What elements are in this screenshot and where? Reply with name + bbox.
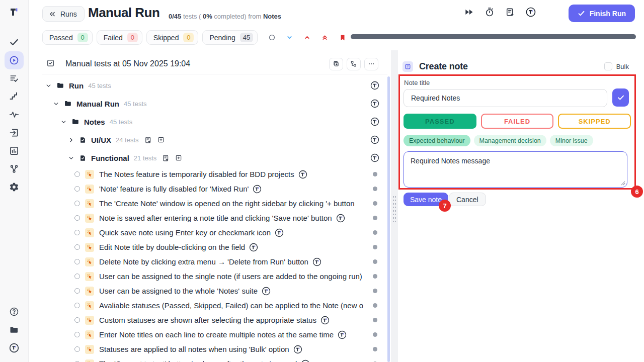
status-passed-button[interactable]: PASSED [404, 114, 476, 129]
chevron-down-blue-icon[interactable] [286, 34, 293, 41]
gear-icon[interactable] [5, 178, 24, 196]
test-row[interactable]: Custom statuses are shown after selectin… [42, 313, 389, 327]
test-row[interactable]: The 'Convert to test' button is shown af… [42, 356, 389, 362]
test-title[interactable]: Quick save note using Enter key or check… [99, 228, 271, 237]
filter-chip-passed[interactable]: Passed0 [42, 30, 93, 45]
test-row[interactable]: Note is saved after entering a note titl… [42, 211, 389, 225]
test-status-circle[interactable] [74, 288, 80, 294]
test-title[interactable]: Avaliable statuses (Passed, Skipped, Fai… [99, 301, 363, 310]
test-status-circle[interactable] [74, 274, 80, 279]
test-status-circle[interactable] [74, 186, 80, 192]
suite-row[interactable]: UI/UX24 tests [42, 131, 389, 149]
clipboard-check-icon[interactable] [46, 59, 55, 69]
plans-list-check-icon[interactable] [5, 69, 24, 87]
testomat-logo[interactable] [8, 6, 20, 20]
test-title[interactable]: Enter Note titles on each line to create… [99, 330, 334, 339]
circle-outline-icon[interactable] [269, 34, 275, 41]
suite-name[interactable]: Functional [91, 154, 129, 162]
suite-row[interactable]: Functional21 tests [42, 149, 389, 167]
tag-minor-issue[interactable]: Minor issue [550, 135, 593, 146]
filter-chip-pending[interactable]: Pending45 [202, 30, 258, 45]
copy-tests-button[interactable] [329, 58, 343, 70]
bulk-toggle[interactable]: Bulk [604, 62, 629, 70]
tree-scrollbar[interactable] [387, 76, 390, 362]
test-row[interactable]: 'Note' feature is fully disabled for 'Mi… [42, 182, 389, 196]
suite-name[interactable]: Notes [84, 118, 105, 126]
double-chevron-up-red-icon[interactable] [321, 34, 328, 41]
activity-pulse-icon[interactable] [5, 106, 24, 124]
splitter-drag-handle[interactable] [392, 195, 396, 224]
filter-chip-failed[interactable]: Failed0 [97, 30, 142, 45]
milestones-stairs-icon[interactable] [5, 87, 24, 106]
test-status-circle[interactable] [74, 317, 80, 323]
test-title[interactable]: Statuses are applied to all notes when u… [99, 345, 289, 353]
test-title[interactable]: Edit Note title by double-clicking on th… [99, 243, 245, 251]
test-title[interactable]: User can be assigned to the single note … [99, 272, 362, 281]
stopwatch-icon[interactable] [485, 7, 495, 19]
suite-name[interactable]: UI/UX [91, 136, 111, 144]
test-row[interactable]: Enter Note titles on each line to create… [42, 327, 389, 342]
chevron-down-icon[interactable] [60, 119, 68, 125]
test-title[interactable]: The 'Convert to test' button is shown af… [99, 359, 297, 362]
projects-folder-icon[interactable] [5, 321, 24, 339]
test-title[interactable]: Note is saved after entering a note titl… [99, 214, 332, 222]
add-note-icon[interactable] [162, 154, 170, 162]
test-row[interactable]: Avaliable statuses (Passed, Skipped, Fai… [42, 298, 389, 313]
test-row[interactable]: User can be assigned to the whole 'Notes… [42, 284, 389, 298]
test-status-circle[interactable] [74, 215, 80, 221]
suite-row[interactable]: Notes45 tests [42, 113, 389, 131]
test-status-circle[interactable] [74, 230, 80, 235]
test-title[interactable]: User can be assigned to the whole 'Notes… [99, 287, 258, 295]
test-status-circle[interactable] [74, 332, 80, 337]
test-row[interactable]: Quick save note using Enter key or check… [42, 225, 389, 240]
tests-check-icon[interactable] [5, 33, 24, 51]
skip-forward-icon[interactable] [464, 7, 474, 19]
suite-name[interactable]: Run [69, 81, 84, 90]
note-add-icon[interactable] [505, 7, 515, 19]
test-row[interactable]: User can be assigned to the single note … [42, 269, 389, 284]
testomat-logo-icon[interactable] [526, 7, 536, 19]
add-note-icon[interactable] [144, 136, 152, 144]
chevron-down-icon[interactable] [68, 155, 76, 161]
note-message-textarea[interactable] [404, 151, 627, 188]
tag-management-decision[interactable]: Management decision [474, 135, 546, 146]
tag-expected-behaviour[interactable]: Expected behaviour [404, 135, 470, 146]
add-test-icon[interactable] [175, 154, 182, 161]
runs-play-circle-icon[interactable] [5, 51, 24, 69]
test-title[interactable]: The 'Create Note' window is opened on th… [99, 199, 355, 208]
cancel-button[interactable]: Cancel [449, 193, 486, 206]
test-status-circle[interactable] [74, 201, 80, 206]
suite-row[interactable]: Run45 tests [42, 76, 389, 95]
bulk-checkbox[interactable] [604, 62, 612, 70]
test-row[interactable]: The 'Create Note' window is opened on th… [42, 196, 389, 211]
test-title[interactable]: Delete Note by clicking extra menu → 'De… [99, 257, 308, 266]
status-failed-button[interactable]: FAILED [481, 114, 554, 129]
tree-view-button[interactable] [347, 58, 361, 70]
bookmark-red-icon[interactable] [339, 34, 346, 41]
suite-name[interactable]: Manual Run [76, 100, 119, 108]
import-box-icon[interactable] [5, 124, 24, 142]
branch-icon[interactable] [5, 160, 24, 178]
test-status-circle[interactable] [74, 303, 80, 308]
chevron-down-icon[interactable] [45, 82, 53, 89]
add-test-icon[interactable] [157, 136, 165, 143]
test-status-circle[interactable] [74, 171, 80, 177]
analytics-bar-chart-icon[interactable] [5, 142, 24, 160]
filter-chip-skipped[interactable]: Skipped0 [146, 30, 199, 45]
test-row[interactable]: Edit Note title by double-clicking on th… [42, 240, 389, 254]
test-title[interactable]: The Notes feature is temporarily disable… [99, 170, 294, 178]
quick-save-check-button[interactable] [612, 88, 629, 107]
more-options-button[interactable] [364, 58, 378, 70]
back-to-runs-button[interactable]: Runs [42, 6, 85, 22]
test-status-circle[interactable] [74, 346, 80, 352]
note-title-input[interactable] [404, 89, 607, 107]
test-row[interactable]: Delete Note by clicking extra menu → 'De… [42, 254, 389, 269]
testomat-logo-circle-icon[interactable] [5, 339, 24, 357]
chevron-right-icon[interactable] [68, 137, 76, 143]
test-title[interactable]: 'Note' feature is fully disabled for 'Mi… [99, 185, 249, 193]
status-skipped-button[interactable]: SKIPPED [558, 114, 631, 129]
help-circle-icon[interactable] [5, 303, 24, 321]
chevron-up-red-icon[interactable] [304, 34, 310, 41]
test-row[interactable]: Statuses are applied to all notes when u… [42, 342, 389, 356]
finish-run-button[interactable]: Finish Run [569, 5, 635, 22]
